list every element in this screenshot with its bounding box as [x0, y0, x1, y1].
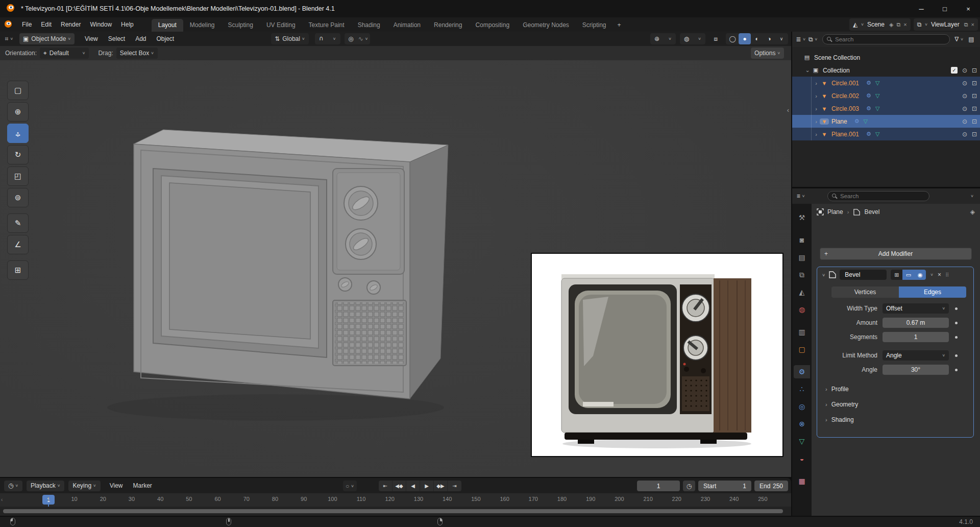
tab-uv-editing[interactable]: UV Editing — [260, 19, 302, 32]
animate-dot[interactable] — [955, 369, 958, 371]
properties-search-input[interactable] — [827, 191, 929, 201]
outliner-row[interactable]: ▤Scene Collection — [792, 51, 980, 64]
eye-icon[interactable]: ⊙ — [962, 105, 967, 112]
realtime-display-toggle-icon[interactable]: ▭ — [902, 270, 914, 280]
proportional-editing-icon[interactable]: ◎ — [345, 33, 357, 44]
tab-texture-paint[interactable]: Texture Paint — [302, 19, 351, 32]
tab-rendering[interactable]: Rendering — [427, 19, 469, 32]
expand-icon[interactable]: › — [813, 93, 820, 99]
edit-mode-toggle-icon[interactable]: ⊞ — [891, 270, 902, 280]
show-gizmo-icon[interactable]: ⊕ — [651, 33, 663, 44]
shading-dropdown[interactable]: ∨ — [775, 33, 788, 44]
new-collection-icon[interactable]: ▤ — [965, 34, 977, 45]
outliner-item-name[interactable]: Circle.002 — [831, 92, 859, 100]
keying-dropdown[interactable]: Keying∨ — [68, 481, 100, 491]
play-reverse-button[interactable]: ◀ — [406, 481, 420, 491]
modifier-extras-dropdown[interactable]: ∨ — [930, 273, 934, 277]
width-type-dropdown[interactable]: Offset ∨ — [883, 303, 949, 314]
playback-dropdown[interactable]: Playback∨ — [27, 481, 64, 491]
minimize-button[interactable]: ─ — [910, 0, 933, 17]
outliner-item-name[interactable]: Plane.001 — [831, 131, 859, 138]
pin-scene-icon[interactable]: ◈ — [889, 21, 893, 28]
camera-icon[interactable]: ⊡ — [972, 67, 977, 74]
outliner-item-name[interactable]: Collection — [823, 67, 850, 74]
breadcrumb-object[interactable]: Plane — [827, 208, 843, 215]
shading-solid-icon[interactable]: ● — [739, 33, 751, 44]
expand-icon[interactable]: › — [813, 106, 820, 112]
reference-image[interactable] — [531, 253, 783, 457]
viewport-menu-select[interactable]: Select — [103, 33, 130, 44]
tab-sculpting[interactable]: Sculpting — [222, 19, 260, 32]
editor-type-properties-icon[interactable]: ≡∨ — [795, 190, 807, 202]
viewlayer-selector[interactable]: ⧉ ∨ ViewLayer ⧉ × — [914, 18, 978, 31]
tab-animation[interactable]: Animation — [387, 19, 427, 32]
overlays-dropdown[interactable]: ∨ — [693, 33, 705, 44]
outliner-row[interactable]: ›▼Circle.002⚙▽⊙⊡ — [792, 89, 980, 102]
snap-target-dropdown[interactable]: ∨ — [328, 33, 340, 44]
region-collapse-arrow[interactable]: ‹ — [787, 106, 789, 114]
collapse-icon[interactable]: ⌄ — [804, 67, 811, 74]
outliner-item-name[interactable]: Circle.001 — [831, 80, 859, 87]
expand-icon[interactable]: › — [813, 131, 820, 137]
properties-tab-object[interactable]: ▢ — [794, 343, 810, 356]
animate-dot[interactable] — [955, 322, 958, 324]
shading-wireframe-icon[interactable]: ◯ — [726, 33, 739, 44]
modifier-name-field[interactable]: Bevel — [840, 270, 887, 280]
outliner-item-name[interactable]: Plane — [831, 118, 847, 125]
properties-tab-texture[interactable]: ▦ — [794, 474, 810, 488]
viewport-menu-view[interactable]: View — [80, 33, 103, 44]
menu-window[interactable]: Window — [85, 19, 116, 30]
expand-icon[interactable]: ∨ — [822, 273, 825, 277]
drag-handle-icon[interactable]: ⠿ — [945, 272, 949, 278]
eye-icon[interactable]: ⊙ — [962, 80, 967, 87]
viewport-3d[interactable]: ⌗∨ ▣ Object Mode ∨ ViewSelectAddObject ⇅… — [0, 32, 791, 477]
auto-keying-toggle[interactable]: ○∨ — [343, 481, 357, 491]
viewport-menu-object[interactable]: Object — [152, 33, 180, 44]
angle-field[interactable]: 30° — [883, 365, 949, 375]
animate-dot[interactable] — [955, 336, 958, 339]
outliner-row[interactable]: ⌄▣Collection✓⊙⊡ — [792, 64, 980, 77]
camera-icon[interactable]: ⊡ — [972, 80, 977, 87]
properties-options-icon[interactable]: ∨ — [965, 190, 977, 202]
camera-icon[interactable]: ⊡ — [972, 105, 977, 112]
tab-modeling[interactable]: Modeling — [183, 19, 222, 32]
new-viewlayer-icon[interactable]: ⧉ — [964, 21, 968, 28]
snap-magnet-icon[interactable]: ∪ — [315, 33, 328, 44]
ruler-expand-arrow[interactable]: ‹ — [1, 497, 3, 502]
checkbox-icon[interactable]: ✓ — [951, 67, 958, 74]
outliner-row[interactable]: ›▼Circle.001⚙▽⊙⊡ — [792, 77, 980, 89]
viewport-menu-add[interactable]: Add — [130, 33, 151, 44]
properties-tab-scene[interactable]: ◭ — [794, 285, 810, 299]
overlays-icon[interactable]: ◍ — [680, 33, 693, 44]
camera-icon[interactable]: ⊡ — [972, 92, 977, 100]
maximize-button[interactable]: □ — [933, 0, 957, 17]
breadcrumb-modifier[interactable]: Bevel — [864, 208, 879, 215]
menu-view[interactable]: View — [105, 481, 128, 491]
affect-vertices-button[interactable]: Vertices — [831, 286, 899, 298]
new-workspace-button[interactable]: + — [613, 19, 626, 32]
properties-tab-material[interactable]: ◒ — [794, 452, 810, 465]
jump-end-button[interactable]: ⇥ — [448, 481, 461, 491]
outliner-filter-icon[interactable]: ∇∨ — [953, 34, 965, 45]
outliner-display-mode-icon[interactable]: ⧉∨ — [807, 34, 819, 45]
next-keyframe-button[interactable]: ◆▶ — [434, 481, 448, 491]
tab-layout[interactable]: Layout — [152, 19, 183, 32]
delete-modifier-icon[interactable]: × — [938, 271, 941, 278]
expand-icon[interactable]: › — [813, 80, 820, 86]
viewport-canvas[interactable]: ▢⊕↔↕↻◰⊚✎∠⊞ ‹ — [0, 60, 791, 477]
prev-keyframe-button[interactable]: ◀◆ — [393, 481, 406, 491]
properties-tab-world[interactable]: ◍ — [794, 303, 810, 316]
outliner-item-name[interactable]: Circle.003 — [831, 105, 859, 112]
limit-method-dropdown[interactable]: Angle ∨ — [883, 350, 949, 361]
eye-icon[interactable]: ⊙ — [962, 118, 967, 125]
animate-dot[interactable] — [955, 354, 958, 357]
properties-tab-tool[interactable]: ⚒ — [794, 211, 810, 224]
mode-dropdown[interactable]: ▣ Object Mode ∨ — [19, 33, 75, 44]
blender-menu-logo-icon[interactable] — [4, 20, 12, 30]
section-shading[interactable]: › Shading — [825, 414, 973, 425]
close-button[interactable]: × — [957, 0, 980, 17]
properties-tab-modifiers[interactable]: ⚙ — [794, 365, 810, 378]
camera-icon[interactable]: ⊡ — [972, 131, 977, 138]
editor-type-timeline-icon[interactable]: ◷∨ — [4, 481, 22, 491]
tab-scripting[interactable]: Scripting — [576, 19, 613, 32]
